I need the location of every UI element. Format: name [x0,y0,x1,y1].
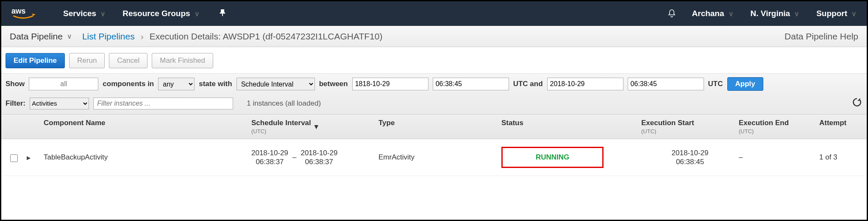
region-menu[interactable]: N. Virginia ∨ [751,9,800,18]
show-filter-row: Show components in any state with Schedu… [1,73,867,94]
help-link[interactable]: Data Pipeline Help [785,31,858,42]
chevron-down-icon: ∨ [794,10,799,18]
utc-and-label: UTC and [513,80,543,88]
support-menu[interactable]: Support ∨ [816,9,857,18]
breadcrumb-separator: › [141,31,144,42]
pin-icon[interactable] [218,8,227,19]
from-time-input[interactable] [433,78,509,90]
region-label: N. Virginia [751,9,790,18]
refresh-icon[interactable] [851,97,862,110]
aws-topnav: aws Services ∨ Resource Groups ∨ Archana… [1,1,867,26]
cell-component-name: TableBackupActivity [44,153,251,162]
status-badge: RUNNING [501,147,604,168]
col-attempt[interactable]: Attempt [819,119,866,127]
edit-pipeline-button[interactable]: Edit Pipeline [6,53,65,68]
rerun-button[interactable]: Rerun [69,53,105,68]
exec-start-date: 2018-10-29 [641,148,739,157]
services-menu[interactable]: Services ∨ [63,9,106,18]
aws-logo-icon: aws [11,6,38,21]
to-time-input[interactable] [628,78,704,90]
cell-type: EmrActivity [378,153,501,162]
service-dropdown[interactable]: Data Pipeline ∨ [10,31,72,42]
page-title: Execution Details: AWSDP1 (df-05247232I1… [150,31,383,42]
list-pipelines-link[interactable]: List Pipelines [82,31,135,42]
filter-label: Filter: [6,99,25,108]
sort-desc-icon: ▾ [314,122,318,131]
cancel-button[interactable]: Cancel [109,53,147,68]
breadcrumb: Data Pipeline ∨ List Pipelines › Executi… [1,26,867,47]
table-row: TableBackupActivity 2018-10-29 06:38:37 … [1,139,867,176]
sched-start-time: 06:38:37 [251,157,288,166]
apply-button[interactable]: Apply [727,77,763,91]
chevron-down-icon: ∨ [729,10,734,18]
user-label: Archana [692,9,724,18]
state-select[interactable]: any [158,78,195,90]
from-date-input[interactable] [352,78,428,90]
col-type[interactable]: Type [378,119,501,127]
utc-sub: (UTC) [739,128,819,134]
state-with-label: state with [199,80,232,88]
sched-end-date: 2018-10-29 [300,148,337,157]
exec-start-header: Execution Start [641,119,694,127]
chevron-down-icon: ∨ [195,10,200,18]
schedule-interval-header: Schedule Interval [251,119,311,127]
utc-sub: (UTC) [251,128,311,134]
chevron-down-icon: ∨ [100,10,106,18]
exec-start-time: 06:38:45 [641,157,739,166]
col-schedule-interval[interactable]: Schedule Interval (UTC) ▾ [251,119,378,134]
chevron-down-icon: ∨ [851,10,857,18]
support-label: Support [816,9,847,18]
resource-groups-menu[interactable]: Resource Groups ∨ [122,9,199,18]
col-component-name[interactable]: Component Name [44,119,251,127]
notifications-icon[interactable] [667,8,677,19]
cell-attempt: 1 of 3 [819,153,866,162]
sched-start-date: 2018-10-29 [251,148,288,157]
col-status[interactable]: Status [501,119,641,127]
expand-row-icon[interactable] [27,153,31,161]
table-header: Component Name Schedule Interval (UTC) ▾… [1,114,867,139]
aws-logo[interactable]: aws [11,6,38,21]
filter-type-select[interactable]: Activities [30,98,89,109]
col-execution-end[interactable]: Execution End (UTC) [739,119,819,134]
cell-execution-start: 2018-10-29 06:38:45 [641,148,739,167]
chevron-down-icon: ∨ [67,32,72,40]
between-label: between [319,80,348,88]
utc-sub: (UTC) [641,128,739,134]
cell-execution-end: – [739,153,819,162]
filter-row: Filter: Activities 1 instances (all load… [1,94,867,114]
action-toolbar: Edit Pipeline Rerun Cancel Mark Finished [1,47,867,73]
user-menu[interactable]: Archana ∨ [692,9,734,18]
resource-groups-label: Resource Groups [122,9,190,18]
show-label: Show [6,80,25,88]
sched-end-time: 06:38:37 [300,157,337,166]
filter-instances-input[interactable] [93,98,233,109]
svg-text:aws: aws [11,7,26,15]
cell-schedule-interval: 2018-10-29 06:38:37 – 2018-10-29 06:38:3… [251,148,337,167]
col-execution-start[interactable]: Execution Start (UTC) [641,119,739,134]
interval-select[interactable]: Schedule Interval [236,78,315,90]
components-in-label: components in [103,80,154,88]
service-name: Data Pipeline [10,31,63,42]
exec-end-header: Execution End [739,119,789,127]
row-checkbox[interactable] [10,154,18,162]
dash-separator: – [292,153,296,162]
services-label: Services [63,9,96,18]
components-filter-input[interactable] [29,78,98,90]
utc-label: UTC [708,80,723,88]
mark-finished-button[interactable]: Mark Finished [152,53,213,68]
to-date-input[interactable] [547,78,623,90]
instance-count: 1 instances (all loaded) [247,99,321,108]
